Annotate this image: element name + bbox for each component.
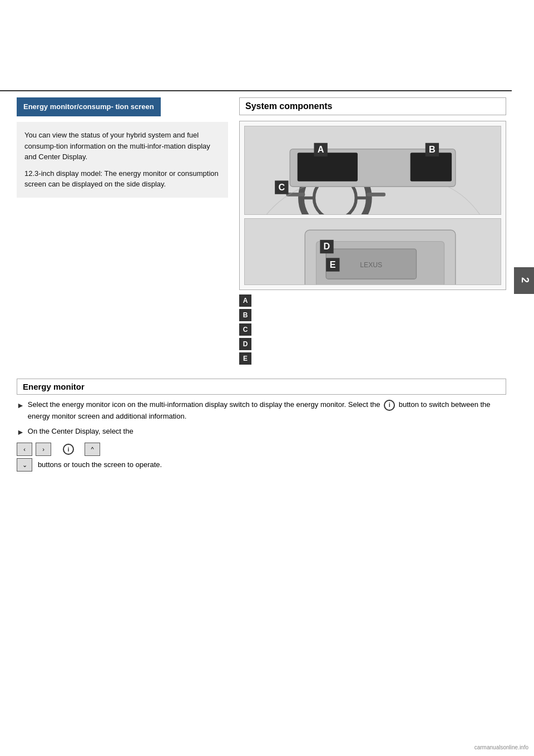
console-diagram: LEXUS D E (244, 218, 501, 285)
nav-up-button[interactable]: ^ (85, 443, 100, 456)
energy-monitor-bullet-1: ► Select the energy monitor icon on the … (17, 399, 506, 421)
nav-left-button[interactable]: ‹ (17, 443, 32, 456)
bullet-1-text: Select the energy monitor icon on the mu… (28, 399, 506, 421)
component-item-A: A (239, 294, 506, 307)
dashboard-svg: A B C (245, 126, 501, 215)
car-diagram-container: A B C (239, 121, 506, 290)
nav-right-button[interactable]: › (36, 443, 51, 456)
svg-text:B: B (429, 144, 436, 154)
label-E: E (239, 352, 251, 365)
left-column: Energy monitor/consump- tion screen You … (17, 97, 228, 367)
component-item-B: B (239, 309, 506, 321)
description-text-1: You can view the status of your hybrid s… (24, 130, 220, 163)
watermark: carmanualsonline.info (474, 744, 528, 750)
svg-text:LEXUS: LEXUS (360, 261, 382, 269)
component-list: A B C D E (239, 294, 506, 365)
page-number: 2 (514, 267, 534, 294)
label-A: A (239, 294, 251, 307)
component-item-E: E (239, 352, 506, 365)
svg-text:D: D (324, 241, 330, 251)
info-circle-1[interactable]: i (384, 400, 395, 411)
component-item-C: C (239, 323, 506, 336)
description-box: You can view the status of your hybrid s… (17, 122, 228, 198)
description-text-2: 12.3-inch display model: The energy moni… (24, 168, 220, 190)
svg-text:A: A (318, 144, 324, 154)
controls-row: ‹ › i ^ (17, 443, 506, 456)
svg-rect-12 (367, 193, 385, 197)
energy-monitor-section: Energy monitor ► Select the energy monit… (17, 379, 506, 472)
energy-monitor-title: Energy monitor (17, 379, 506, 395)
energy-monitor-bullet-2: ► On the Center Display, select the (17, 426, 506, 438)
nav-down-button[interactable]: ⌄ (17, 458, 32, 472)
label-B: B (239, 309, 251, 321)
bullet-arrow-2: ► (17, 426, 24, 438)
bullet-2-text: On the Center Display, select the (28, 426, 134, 437)
system-components-title: System components (239, 97, 506, 115)
console-svg: LEXUS D E (245, 219, 501, 285)
svg-text:C: C (278, 182, 285, 192)
main-content: Energy monitor/consump- tion screen You … (17, 97, 506, 367)
label-C: C (239, 323, 251, 336)
top-divider (0, 90, 512, 91)
right-column: System components (239, 97, 506, 367)
svg-text:E: E (330, 259, 336, 269)
label-D: D (239, 338, 251, 350)
component-item-D: D (239, 338, 506, 350)
bullet-arrow-1: ► (17, 400, 24, 411)
section-header: Energy monitor/consump- tion screen (17, 97, 161, 116)
svg-rect-10 (411, 153, 452, 181)
svg-rect-9 (298, 153, 358, 181)
info-circle-2[interactable]: i (63, 444, 74, 455)
dashboard-diagram: A B C (244, 126, 501, 215)
controls-end-text: buttons or touch the screen to operate. (38, 460, 162, 469)
controls-down-row: ⌄ buttons or touch the screen to operate… (17, 458, 506, 472)
